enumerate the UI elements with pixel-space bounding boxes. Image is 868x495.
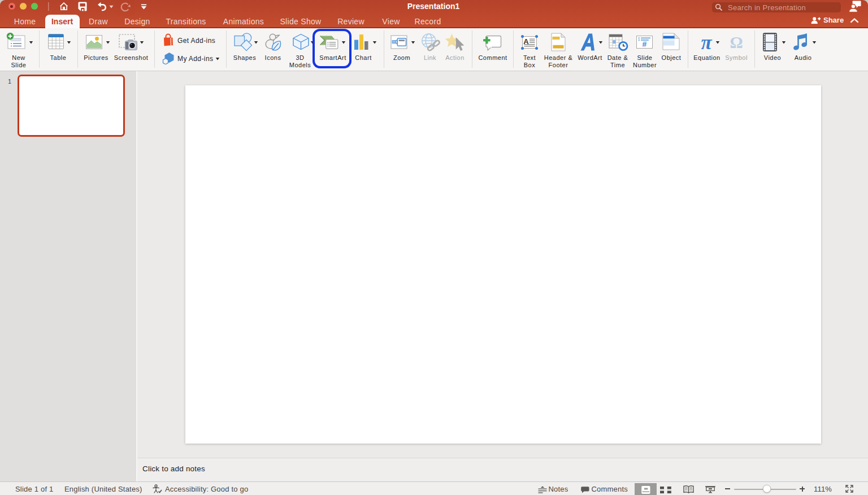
svg-text:Ω: Ω [730,34,743,50]
svg-text:#: # [643,40,647,49]
svg-text:π: π [701,33,712,51]
